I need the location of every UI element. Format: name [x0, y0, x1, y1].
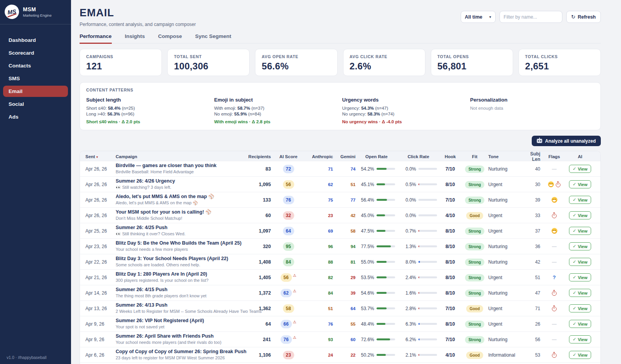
tab-insights[interactable]: Insights: [125, 33, 145, 44]
campaign-subtitle: Your spot is not saved yet: [116, 324, 248, 330]
question-flag-icon: ?: [553, 274, 556, 280]
sidebar-item-scorecard[interactable]: Scorecard: [3, 47, 68, 59]
sidebar-item-contacts[interactable]: Contacts: [3, 60, 68, 71]
no-flag-dash: —: [552, 244, 557, 249]
stat-label: TOTAL CLICKS: [525, 54, 594, 59]
content-patterns-panel: CONTENT PATTERNS Subject lengthShort ≤40…: [80, 82, 601, 130]
time-range-select[interactable]: All time ▾: [461, 11, 496, 23]
sent-date: Apr 22, 26: [85, 259, 116, 265]
open-rate-cell: 53.5%: [356, 275, 397, 280]
tab-performance[interactable]: Performance: [80, 33, 112, 44]
column-header-tone[interactable]: Tone: [488, 154, 526, 159]
sidebar-item-sms[interactable]: SMS: [3, 73, 68, 84]
column-header-ai[interactable]: AI: [565, 154, 595, 159]
fit-badge: Strong: [465, 290, 484, 297]
sidebar-item-ads[interactable]: Ads: [3, 111, 68, 122]
stat-card-avg-click-rate: AVG CLICK RATE2.6%: [343, 49, 425, 76]
fit-cell: Strong: [461, 165, 488, 173]
view-button[interactable]: ✓View: [569, 304, 591, 312]
click-rate-fill: [418, 307, 419, 309]
ai-score-badge: 62: [281, 289, 292, 297]
sidebar-item-dashboard[interactable]: Dashboard: [3, 35, 68, 46]
campaign-subtitle: 👀 Still thinking it over? Closes Wed.: [116, 231, 248, 237]
open-rate-bar: [376, 261, 395, 263]
column-header-open-rate[interactable]: Open Rate: [356, 154, 397, 159]
column-header-anthropic[interactable]: Anthropic: [306, 154, 333, 159]
campaign-title: Summer 26: 4/26 Urgency: [116, 178, 248, 185]
click-rate-bar: [418, 276, 437, 278]
fit-cell: Strong: [461, 227, 488, 235]
filter-by-name-input[interactable]: [500, 11, 562, 23]
sidebar-item-email[interactable]: Email: [3, 86, 68, 97]
column-header-hook[interactable]: Hook: [439, 154, 461, 159]
campaign-title: Aledo, let's put MMS & AMS on the map ⚾: [116, 194, 248, 200]
column-header-gemini[interactable]: Gemini: [333, 154, 356, 159]
subject-length: 47: [526, 290, 543, 296]
view-button[interactable]: ✓View: [569, 196, 591, 204]
view-button[interactable]: ✓View: [569, 320, 591, 328]
subject-length: 51: [526, 275, 543, 280]
view-button[interactable]: ✓View: [569, 273, 591, 281]
analyze-all-button[interactable]: Analyze all unanalyzed: [532, 136, 601, 146]
emoji-flag-icon: [552, 228, 557, 234]
sidebar: MS MSM Marketing Engine DashboardScoreca…: [0, 0, 71, 364]
anthropic-score: 51: [306, 306, 333, 311]
subject-length: 30: [526, 182, 543, 187]
pattern-verdict: No urgency wins · Δ -4.0 pts: [342, 119, 467, 124]
view-button[interactable]: ✓View: [569, 258, 591, 266]
fit-badge: Strong: [465, 321, 484, 328]
table-row: Apr 6, 26Copy of Copy of Copy of Summer …: [80, 347, 600, 362]
fit-badge: Good: [466, 212, 483, 219]
view-button[interactable]: ✓View: [569, 227, 591, 235]
stat-label: CAMPAIGNS: [86, 54, 155, 59]
campaign-cell: Summer 26: April Share with Friends Push…: [116, 333, 248, 345]
tab-compose[interactable]: Compose: [158, 33, 182, 44]
ai-view-cell: ✓View: [565, 180, 595, 188]
view-button[interactable]: ✓View: [569, 289, 591, 297]
recipients-count: 1,372: [248, 290, 271, 296]
view-button[interactable]: ✓View: [569, 165, 591, 173]
sidebar-item-social[interactable]: Social: [3, 98, 68, 110]
column-header-ai-score[interactable]: AI Score: [271, 154, 306, 159]
subject-length: 39: [526, 197, 543, 203]
open-rate-fill: [376, 183, 385, 185]
view-button[interactable]: ✓View: [569, 211, 591, 219]
hook-score: 7/10: [439, 166, 461, 172]
pattern-note: Not enough data: [470, 106, 594, 110]
ai-score-cell: 23: [271, 351, 306, 359]
subject-length: 53: [526, 352, 543, 358]
open-rate-cell: 77.5%: [356, 244, 397, 249]
check-icon: ✓: [572, 244, 576, 249]
campaign-cell: Blitz Day 3: Your School Needs Players (…: [116, 256, 248, 268]
column-header-subj-len[interactable]: Subj Len: [526, 151, 543, 162]
column-header-click-rate[interactable]: Click Rate: [397, 154, 439, 159]
refresh-button[interactable]: ↻ Refresh: [566, 11, 601, 23]
column-header-fit[interactable]: Fit: [461, 154, 488, 159]
open-rate-value: 72.6%: [359, 337, 374, 342]
view-button[interactable]: ✓View: [569, 351, 591, 359]
view-button[interactable]: ✓View: [569, 242, 591, 250]
pattern-verdict: With emoji wins · Δ 2.8 pts: [214, 119, 338, 124]
click-rate-fill: [418, 276, 419, 278]
stat-value: 56,801: [437, 61, 507, 72]
column-header-campaign[interactable]: Campaign: [116, 154, 248, 159]
view-button[interactable]: ✓View: [569, 180, 591, 188]
no-flag-dash: —: [552, 321, 557, 327]
campaign-title: Summer 26: April Share with Friends Push: [116, 333, 248, 340]
tab-sync-segment[interactable]: Sync Segment: [195, 33, 231, 44]
view-button[interactable]: ✓View: [569, 335, 591, 343]
fit-badge: Good: [466, 305, 483, 312]
ai-score-badge: 66: [281, 320, 292, 328]
warning-icon: ⚠: [293, 289, 297, 293]
open-rate-fill: [376, 292, 387, 294]
open-rate-cell: 72.6%: [356, 337, 397, 342]
click-rate-value: 2.1%: [401, 352, 416, 358]
click-rate-cell: 6.2%: [397, 337, 439, 342]
flags-cell: [543, 352, 565, 358]
column-header-sent[interactable]: Sent▾: [85, 154, 116, 159]
column-header-flags[interactable]: Flags: [543, 154, 565, 159]
open-rate-bar: [376, 245, 395, 247]
column-header-recipients[interactable]: Recipients: [248, 154, 271, 159]
hook-score: 8/10: [439, 244, 461, 249]
campaign-cell: Summer 26: 4/25 Push👀 Still thinking it …: [116, 225, 248, 237]
